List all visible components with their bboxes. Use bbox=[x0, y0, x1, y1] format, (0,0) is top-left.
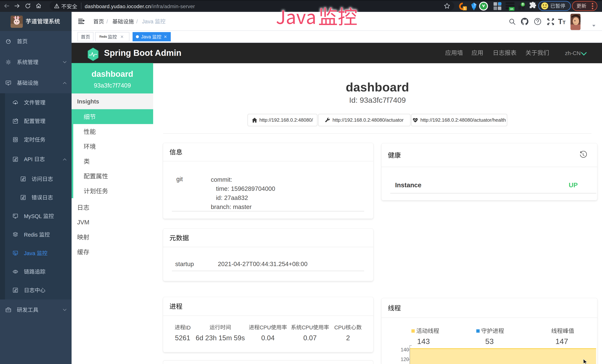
svg-text:on: on bbox=[510, 7, 513, 11]
svg-text:1: 1 bbox=[464, 7, 465, 10]
